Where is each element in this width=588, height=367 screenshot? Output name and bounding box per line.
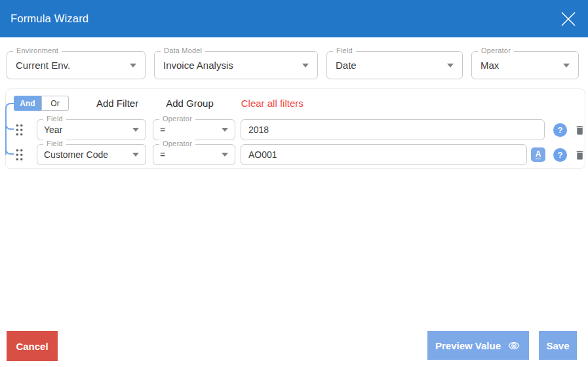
add-group-button[interactable]: Add Group [166, 98, 214, 109]
filter-toolbar: And Or Add Filter Add Group Clear all fi… [14, 96, 304, 111]
operator-value: Max [480, 60, 558, 71]
operator-select[interactable]: Operator Max [471, 51, 579, 79]
close-icon [559, 9, 578, 29]
filter-row: Field Year Operator = ? [6, 119, 586, 140]
filter-operator-label: Operator [159, 115, 195, 123]
environment-label: Environment [13, 47, 62, 54]
data-model-label: Data Model [161, 47, 205, 54]
operator-label: Operator [478, 47, 514, 54]
filter-field-select[interactable]: Field Year [37, 119, 146, 140]
chevron-down-icon [130, 64, 136, 68]
text-format-button[interactable]: A [531, 147, 545, 162]
filter-field-value: Year [44, 125, 127, 135]
filter-group: And Or Add Filter Add Group Clear all fi… [5, 88, 585, 169]
help-icon[interactable]: ? [553, 148, 567, 162]
filter-field-value: Customer Code [44, 149, 127, 160]
filter-value-input[interactable] [241, 119, 545, 140]
or-toggle[interactable]: Or [41, 96, 69, 111]
data-model-value: Invoice Analysis [163, 60, 297, 71]
filter-value-input[interactable] [241, 144, 527, 165]
drag-handle-icon[interactable] [15, 148, 24, 161]
filter-operator-select[interactable]: Operator = [153, 119, 235, 140]
chevron-down-icon [132, 153, 139, 157]
delete-filter-button[interactable] [573, 123, 586, 137]
chevron-down-icon [563, 64, 570, 68]
chevron-down-icon [302, 64, 309, 68]
close-button[interactable] [558, 9, 579, 29]
drag-handle-icon[interactable] [15, 123, 24, 136]
trash-icon [574, 149, 585, 161]
and-toggle[interactable]: And [14, 96, 41, 111]
filter-operator-select[interactable]: Operator = [153, 144, 235, 165]
chevron-down-icon [222, 128, 228, 132]
help-icon[interactable]: ? [553, 123, 567, 137]
save-button[interactable]: Save [539, 331, 577, 360]
dialog-title: Formula Wizard [10, 12, 88, 25]
filter-field-label: Field [43, 115, 66, 123]
selectors-row: Environment Current Env. Data Model Invo… [7, 51, 579, 79]
field-value: Date [336, 60, 442, 71]
clear-all-filters-button[interactable]: Clear all filters [241, 98, 304, 109]
preview-value-label: Preview Value [435, 340, 501, 351]
chevron-down-icon [447, 64, 454, 68]
cancel-button[interactable]: Cancel [7, 331, 58, 361]
field-select[interactable]: Field Date [326, 51, 463, 79]
environment-value: Current Env. [16, 60, 125, 71]
preview-value-button[interactable]: Preview Value [427, 331, 529, 360]
chevron-down-icon [222, 153, 228, 157]
filter-row: Field Customer Code Operator = A ? [6, 144, 586, 165]
field-label: Field [333, 47, 356, 54]
formula-wizard-dialog: Formula Wizard Environment Current Env. … [0, 0, 588, 367]
dialog-header: Formula Wizard [0, 0, 588, 37]
add-filter-button[interactable]: Add Filter [96, 98, 138, 109]
filter-operator-value: = [160, 149, 216, 160]
filter-operator-value: = [160, 125, 216, 135]
chevron-down-icon [132, 128, 139, 132]
filter-operator-label: Operator [159, 140, 195, 147]
text-format-icon: A [536, 150, 541, 159]
delete-filter-button[interactable] [573, 147, 586, 162]
filter-field-select[interactable]: Field Customer Code [37, 144, 146, 165]
environment-select[interactable]: Environment Current Env. [7, 51, 146, 79]
trash-icon [574, 124, 585, 136]
eye-icon [507, 340, 521, 351]
filter-field-label: Field [43, 140, 66, 147]
data-model-select[interactable]: Data Model Invoice Analysis [154, 51, 318, 79]
